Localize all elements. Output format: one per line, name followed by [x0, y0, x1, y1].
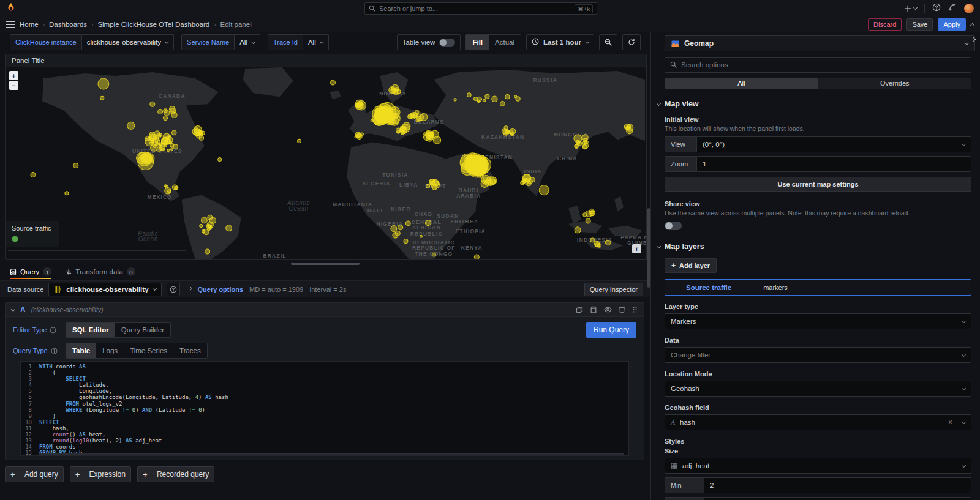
- code-line[interactable]: 9 ): [21, 413, 628, 419]
- query-options-toggle[interactable]: Query options: [198, 286, 244, 293]
- variable-value-dropdown[interactable]: All: [235, 34, 260, 50]
- code-token: ): [198, 394, 205, 400]
- data-filter-select[interactable]: Change filter: [665, 347, 971, 363]
- query-inspector-button[interactable]: Query Inspector: [584, 283, 643, 296]
- grafana-logo[interactable]: [6, 2, 16, 14]
- traces-option[interactable]: Traces: [173, 343, 207, 358]
- map-attribution-info-button[interactable]: i: [632, 244, 641, 253]
- datasource-help-button[interactable]: [167, 283, 180, 296]
- options-search-input[interactable]: Search options: [665, 57, 971, 73]
- tab-query[interactable]: Query 1: [10, 267, 51, 279]
- world-map: CANADARUSSIAUNITED STATESMEXICOBRAZILKAZ…: [6, 67, 646, 259]
- breadcrumb-dashboard-name[interactable]: Simple ClickHouse OTel Dashboard: [97, 21, 209, 28]
- copy-icon[interactable]: [590, 306, 597, 313]
- query-row-header[interactable]: A (clickhouse-observability): [6, 303, 644, 317]
- code-line[interactable]: 5 Longitude,: [21, 388, 628, 394]
- code-line[interactable]: 3 SELECT: [21, 376, 628, 382]
- fill-option[interactable]: Fill: [466, 35, 489, 50]
- help-icon[interactable]: [932, 3, 941, 13]
- tab-transform-data[interactable]: Transform data 0: [65, 267, 135, 279]
- code-line[interactable]: 8 WHERE (Longitude != 0) AND (Latitude !…: [21, 407, 628, 413]
- collapse-options-icon[interactable]: [970, 23, 974, 28]
- logs-option[interactable]: Logs: [96, 343, 124, 358]
- zoom-input[interactable]: 1: [696, 156, 971, 172]
- new-button[interactable]: [904, 5, 917, 12]
- code-token: coords: [53, 364, 79, 370]
- news-icon[interactable]: [948, 3, 957, 13]
- geomap-canvas[interactable]: CANADARUSSIAUNITED STATESMEXICOBRAZILKAZ…: [6, 67, 646, 259]
- view-select[interactable]: (0°, 0°): [696, 136, 971, 152]
- country-label: ETHIOPIA: [455, 228, 486, 234]
- code-line[interactable]: 6 geohashEncode(Longitude, Latitude, 4) …: [21, 394, 628, 400]
- breadcrumb-dashboards[interactable]: Dashboards: [49, 21, 87, 28]
- code-line[interactable]: 1WITH coords AS: [21, 364, 628, 370]
- actual-option[interactable]: Actual: [489, 35, 521, 50]
- discard-button[interactable]: Discard: [868, 18, 902, 31]
- geohash-field-select[interactable]: A hash ×: [665, 414, 971, 430]
- min-input[interactable]: 2: [704, 477, 971, 493]
- code-line[interactable]: 14FROM coords: [21, 444, 628, 450]
- user-avatar[interactable]: [964, 4, 974, 13]
- code-line[interactable]: 11 hash,: [21, 425, 628, 431]
- code-line[interactable]: 12 count() AS heat,: [21, 431, 628, 438]
- expression-button[interactable]: + Expression: [70, 466, 131, 482]
- run-query-button[interactable]: Run Query: [586, 322, 636, 338]
- tab-overrides[interactable]: Overrides: [818, 78, 972, 89]
- share-view-toggle[interactable]: [665, 222, 682, 230]
- search-input[interactable]: Search or jump to... ⌘+k: [364, 2, 597, 15]
- table-option[interactable]: Table: [66, 343, 96, 358]
- code-line[interactable]: 7 FROM otel_logs_v2: [21, 401, 628, 407]
- code-line[interactable]: 10SELECT: [21, 419, 628, 425]
- hide-response-eye-icon[interactable]: [604, 306, 612, 313]
- toggle-off[interactable]: [439, 39, 455, 47]
- traffic-marker: [127, 122, 135, 129]
- location-mode-select[interactable]: Geohash: [665, 381, 971, 397]
- table-view-toggle[interactable]: Table view: [397, 34, 461, 50]
- collapse-query-icon[interactable]: [11, 307, 15, 311]
- variable-value-dropdown[interactable]: clickhouse-observability: [82, 34, 174, 50]
- breadcrumb-home[interactable]: Home: [20, 21, 39, 28]
- size-field-select[interactable]: adj_heat: [665, 458, 971, 474]
- styles-label: Styles: [665, 438, 971, 445]
- query-builder-option[interactable]: Query Builder: [115, 323, 170, 337]
- save-button[interactable]: Save: [907, 18, 933, 31]
- traffic-marker: [199, 136, 203, 140]
- clear-icon[interactable]: ×: [948, 418, 952, 427]
- recorded-query-button[interactable]: + Recorded query: [137, 466, 214, 482]
- layer-type-select[interactable]: Markers: [665, 313, 971, 329]
- code-line[interactable]: 4 Latitude,: [21, 382, 628, 388]
- chevron-down-icon: [962, 318, 966, 323]
- remove-query-trash-icon[interactable]: [619, 306, 625, 313]
- menu-toggle-icon[interactable]: [6, 21, 15, 28]
- apply-button[interactable]: Apply: [938, 18, 966, 31]
- layer-item-source-traffic[interactable]: Source traffic markers: [665, 279, 971, 296]
- variable-value-dropdown[interactable]: All: [303, 34, 329, 50]
- use-current-map-settings-button[interactable]: Use current map settings: [665, 177, 971, 192]
- pane-resize-handle[interactable]: [0, 260, 650, 267]
- sql-code-editor[interactable]: 1WITH coords AS2 (3 SELECT4 Latitude,5 L…: [20, 361, 629, 456]
- tab-all[interactable]: All: [665, 78, 818, 89]
- panel-type-picker[interactable]: Geomap: [665, 35, 975, 51]
- refresh-button[interactable]: [622, 34, 641, 50]
- duplicate-query-icon[interactable]: [576, 306, 583, 313]
- map-zoom-out-button[interactable]: −: [9, 81, 18, 90]
- add-layer-button[interactable]: +Add layer: [665, 258, 717, 273]
- zoom-out-time-button[interactable]: [599, 34, 617, 50]
- add-query-button[interactable]: + Add query: [5, 466, 64, 482]
- section-map-view-header[interactable]: Map view: [656, 100, 971, 108]
- code-line[interactable]: 13 round(log10(heat), 2) AS adj_heat: [21, 438, 628, 444]
- code-line[interactable]: 2 (: [21, 370, 628, 376]
- max-input[interactable]: 15: [704, 497, 971, 500]
- shortcut-badge: ⌘+k: [575, 4, 593, 13]
- datasource-picker[interactable]: clickhouse-observability: [48, 283, 161, 296]
- section-map-layers-header[interactable]: Map layers: [656, 242, 971, 251]
- time-range-picker[interactable]: Last 1 hour: [526, 34, 594, 50]
- time-series-option[interactable]: Time Series: [124, 343, 173, 358]
- code-scrollbar[interactable]: [39, 453, 624, 455]
- map-zoom-in-button[interactable]: +: [9, 71, 18, 80]
- datasource-label: Data source: [7, 286, 43, 293]
- scrollbar[interactable]: [647, 208, 650, 288]
- sql-editor-option[interactable]: SQL Editor: [66, 323, 115, 337]
- panel-title[interactable]: Panel Title: [6, 54, 646, 67]
- drag-handle-icon[interactable]: [632, 306, 638, 313]
